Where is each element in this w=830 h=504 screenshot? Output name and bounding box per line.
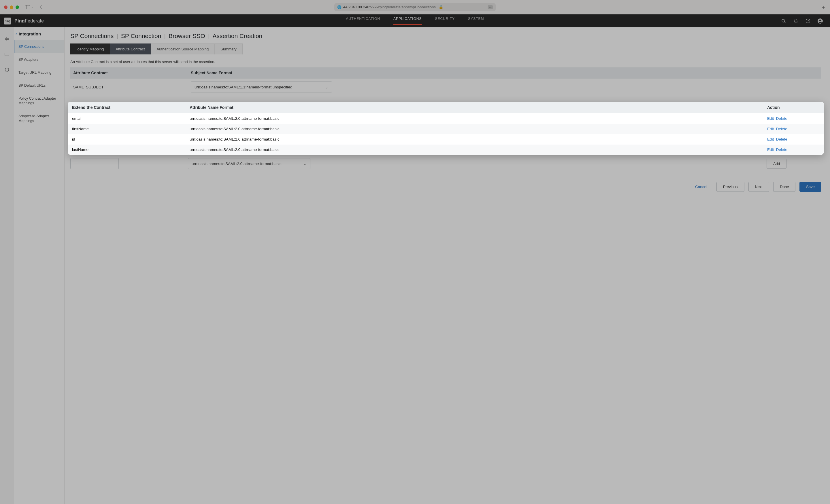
svg-text:?: ? bbox=[807, 19, 809, 23]
wizard-footer: Cancel Previous Next Done Save bbox=[70, 182, 821, 192]
sidebar-back-button[interactable]: ‹ Integration bbox=[14, 27, 64, 40]
icon-rail bbox=[0, 27, 14, 504]
sidebar-item-sp-connections[interactable]: SP Connections bbox=[14, 40, 64, 53]
url-path: /pingfederate/app#/spConnections bbox=[379, 5, 436, 9]
extend-attr-format: urn:oasis:names:tc:SAML:2.0:attrname-for… bbox=[186, 124, 763, 134]
save-button[interactable]: Save bbox=[799, 182, 821, 192]
sidebar-toggle-button[interactable]: ⌄ bbox=[25, 5, 33, 9]
tab-summary[interactable]: Summary bbox=[215, 43, 243, 55]
col-extend-contract: Extend the Contract bbox=[68, 102, 186, 113]
sidebar-item-target-url-mapping[interactable]: Target URL Mapping bbox=[14, 66, 64, 79]
extend-attr-name: email bbox=[68, 113, 186, 124]
extend-attr-format: urn:oasis:names:tc:SAML:2.0:attrname-for… bbox=[186, 144, 763, 155]
sidebar-item-policy-contract-adapter-mappings[interactable]: Policy Contract Adapter Mappings bbox=[14, 92, 64, 110]
col-action: Action bbox=[763, 102, 824, 113]
primary-nav: AUTHENTICATION APPLICATIONS SECURITY SYS… bbox=[346, 17, 484, 25]
extend-contract-panel: Extend the Contract Attribute Name Forma… bbox=[68, 102, 824, 155]
cancel-button[interactable]: Cancel bbox=[690, 182, 712, 192]
breadcrumb-item: Assertion Creation bbox=[213, 33, 262, 39]
nav-system[interactable]: SYSTEM bbox=[468, 17, 484, 25]
nav-security[interactable]: SECURITY bbox=[435, 17, 455, 25]
window-controls bbox=[4, 5, 19, 9]
delete-link[interactable]: Delete bbox=[776, 137, 787, 141]
extend-attr-actions: Edit|Delete bbox=[763, 144, 824, 155]
url-more-button[interactable]: ••• bbox=[488, 5, 493, 9]
rail-adapter-icon[interactable] bbox=[4, 52, 10, 57]
next-button[interactable]: Next bbox=[748, 182, 769, 192]
table-row: lastNameurn:oasis:names:tc:SAML:2.0:attr… bbox=[68, 144, 824, 155]
header-utility-icons: ? bbox=[777, 17, 826, 25]
extend-attr-actions: Edit|Delete bbox=[763, 113, 824, 124]
nav-applications[interactable]: APPLICATIONS bbox=[393, 17, 422, 25]
table-row: emailurn:oasis:names:tc:SAML:2.0:attrnam… bbox=[68, 113, 824, 124]
edit-link[interactable]: Edit bbox=[767, 127, 774, 131]
sidebar-item-adapter-to-adapter-mappings[interactable]: Adapter-to-Adapter Mappings bbox=[14, 110, 64, 128]
rail-connection-icon[interactable] bbox=[4, 36, 10, 42]
breadcrumb-item[interactable]: SP Connections bbox=[70, 33, 114, 39]
chevron-left-icon: ‹ bbox=[15, 32, 17, 36]
brand-logo: Ping bbox=[4, 18, 11, 25]
contract-attr-name: SAML_SUBJECT bbox=[70, 79, 188, 96]
main-content: SP Connections | SP Connection | Browser… bbox=[65, 27, 830, 504]
sidebar-item-sp-default-urls[interactable]: SP Default URLs bbox=[14, 79, 64, 92]
nav-authentication[interactable]: AUTHENTICATION bbox=[346, 17, 380, 25]
extend-attr-name: lastName bbox=[68, 144, 186, 155]
minimize-window-button[interactable] bbox=[10, 5, 13, 9]
delete-link[interactable]: Delete bbox=[776, 116, 787, 121]
col-attribute-contract: Attribute Contract bbox=[70, 67, 188, 79]
back-button[interactable] bbox=[39, 5, 42, 9]
extend-attr-format: urn:oasis:names:tc:SAML:2.0:attrname-for… bbox=[186, 113, 763, 124]
delete-link[interactable]: Delete bbox=[776, 147, 787, 152]
sidebar: ‹ Integration SP Connections SP Adapters… bbox=[14, 27, 65, 504]
svg-rect-8 bbox=[5, 53, 9, 56]
extend-attr-name: id bbox=[68, 134, 186, 144]
add-button[interactable]: Add bbox=[767, 159, 787, 169]
breadcrumb-item[interactable]: SP Connection bbox=[121, 33, 161, 39]
chevron-down-icon: ⌄ bbox=[325, 85, 328, 89]
tab-identity-mapping[interactable]: Identity Mapping bbox=[70, 43, 110, 55]
close-window-button[interactable] bbox=[4, 5, 7, 9]
sidebar-item-sp-adapters[interactable]: SP Adapters bbox=[14, 53, 64, 66]
page-description: An Attribute Contract is a set of user a… bbox=[70, 60, 821, 64]
table-row: idurn:oasis:names:tc:SAML:2.0:attrname-f… bbox=[68, 134, 824, 144]
brand-name: PingFederate bbox=[14, 19, 44, 24]
new-attribute-input[interactable] bbox=[70, 158, 119, 169]
tab-auth-source-mapping[interactable]: Authentication Source Mapping bbox=[151, 43, 215, 55]
col-subject-name-format: Subject Name Format bbox=[188, 67, 821, 79]
wizard-tabs: Identity Mapping Attribute Contract Auth… bbox=[70, 43, 821, 55]
browser-chrome: ⌄ 🌐 44.234.109.248:9999/pingfederate/app… bbox=[0, 0, 830, 14]
attribute-contract-table: Attribute Contract Subject Name Format S… bbox=[70, 67, 821, 95]
extend-attr-actions: Edit|Delete bbox=[763, 134, 824, 144]
col-attribute-name-format: Attribute Name Format bbox=[186, 102, 763, 113]
new-tab-button[interactable]: ＋ bbox=[821, 4, 826, 11]
breadcrumb-item[interactable]: Browser SSO bbox=[168, 33, 205, 39]
edit-link[interactable]: Edit bbox=[767, 137, 774, 141]
done-button[interactable]: Done bbox=[773, 182, 795, 192]
subject-name-format-select[interactable]: urn:oasis:names:tc:SAML:1.1:nameid-forma… bbox=[191, 81, 332, 93]
delete-link[interactable]: Delete bbox=[776, 127, 787, 131]
previous-button[interactable]: Previous bbox=[716, 182, 744, 192]
rail-shield-icon[interactable] bbox=[4, 67, 10, 73]
url-bar[interactable]: 🌐 44.234.109.248:9999/pingfederate/app#/… bbox=[334, 3, 496, 11]
lock-icon: 🔒 bbox=[439, 5, 443, 9]
table-row: SAML_SUBJECT urn:oasis:names:tc:SAML:1.1… bbox=[70, 79, 821, 96]
breadcrumb: SP Connections | SP Connection | Browser… bbox=[70, 33, 821, 39]
edit-link[interactable]: Edit bbox=[767, 116, 774, 121]
tab-attribute-contract[interactable]: Attribute Contract bbox=[110, 43, 151, 55]
help-icon[interactable]: ? bbox=[802, 17, 814, 25]
extend-attr-format: urn:oasis:names:tc:SAML:2.0:attrname-for… bbox=[186, 134, 763, 144]
maximize-window-button[interactable] bbox=[15, 5, 19, 9]
select-value: urn:oasis:names:tc:SAML:2.0:attrname-for… bbox=[192, 162, 281, 166]
search-icon[interactable] bbox=[777, 17, 790, 25]
svg-rect-0 bbox=[25, 5, 30, 9]
svg-point-7 bbox=[819, 20, 821, 21]
new-attribute-format-select[interactable]: urn:oasis:names:tc:SAML:2.0:attrname-for… bbox=[188, 158, 310, 169]
edit-link[interactable]: Edit bbox=[767, 147, 774, 152]
url-host: 44.234.109.248:9999 bbox=[343, 5, 379, 9]
bell-icon[interactable] bbox=[790, 17, 802, 25]
add-attribute-row: urn:oasis:names:tc:SAML:2.0:attrname-for… bbox=[70, 158, 821, 169]
select-value: urn:oasis:names:tc:SAML:1.1:nameid-forma… bbox=[195, 85, 292, 89]
extend-attr-name: firstName bbox=[68, 124, 186, 134]
chevron-down-icon: ⌄ bbox=[303, 161, 307, 166]
user-icon[interactable] bbox=[814, 17, 826, 25]
